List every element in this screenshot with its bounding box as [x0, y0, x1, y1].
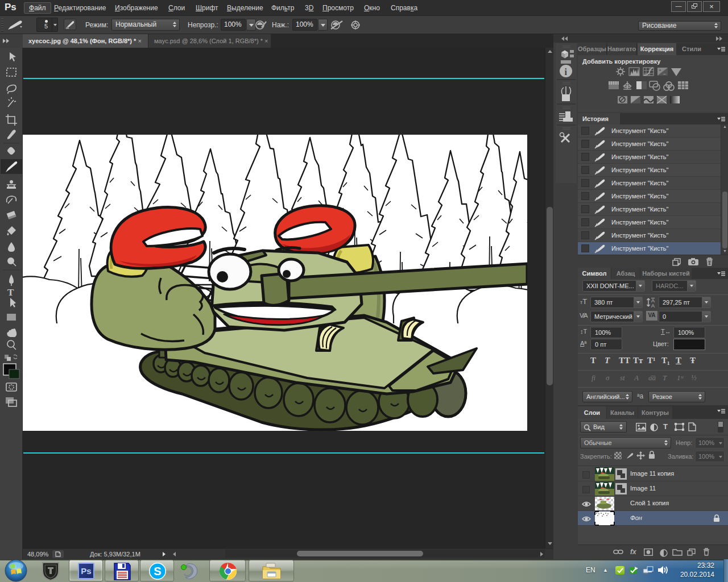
svg-text:A: A	[651, 303, 655, 307]
svg-text:+: +	[659, 68, 661, 73]
svg-text:T: T	[7, 287, 14, 298]
svg-text:S: S	[154, 565, 161, 577]
svg-text:i: i	[565, 67, 568, 77]
svg-text:–: –	[663, 71, 666, 76]
